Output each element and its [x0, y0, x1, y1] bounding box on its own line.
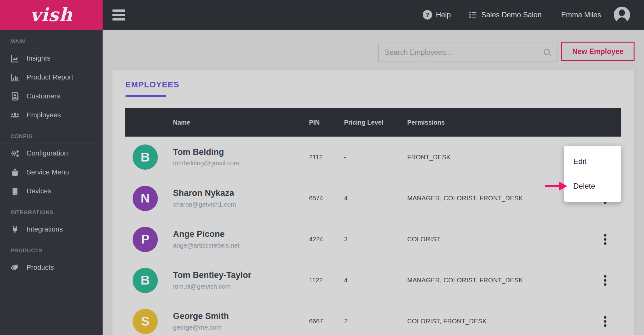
- sidebar-item-devices[interactable]: Devices: [0, 182, 103, 201]
- sidebar-item-configuration[interactable]: Configuration: [0, 144, 103, 163]
- table-row: S George Smith george@me.com 6667 2 COLO…: [125, 301, 621, 335]
- employees-icon: [10, 110, 20, 120]
- salon-name: Sales Demo Salon: [481, 11, 542, 19]
- hamburger-bar: [112, 18, 125, 21]
- sidebar-section: MAINInsightsProduct ReportCustomersEmplo…: [0, 36, 103, 125]
- sidebar-item-product-report[interactable]: Product Report: [0, 68, 103, 87]
- employee-permissions: MANAGER, COLORIST, FRONT_DESK: [407, 277, 596, 284]
- sidebar-item-insights[interactable]: Insights: [0, 49, 103, 68]
- sidebar-item-integrations[interactable]: Integrations: [0, 220, 103, 239]
- context-menu-item-edit[interactable]: Edit: [564, 149, 621, 174]
- table-row: B Tom Belding tombelding@gmail.com 2112 …: [125, 137, 621, 178]
- employee-permissions: COLORIST: [407, 236, 596, 243]
- sidebar-item-label: Employees: [27, 111, 61, 119]
- topbar-right: ? Help Sales Demo Salon Emma Miles: [423, 7, 644, 23]
- search-input[interactable]: [379, 43, 542, 62]
- sidebar-section-label: CONFIG: [0, 131, 103, 144]
- context-menu-item-delete[interactable]: Delete: [564, 174, 621, 198]
- column-header-pricing-level: Pricing Level: [344, 119, 407, 126]
- sidebar-section: PRODUCTSProducts: [0, 245, 103, 277]
- employee-avatar: B: [133, 144, 158, 170]
- employees-table: Name PIN Pricing Level Permissions B Tom…: [125, 108, 621, 335]
- employee-email: tom.bt@getvish.com: [173, 283, 309, 290]
- hamburger-bar: [112, 14, 125, 16]
- configuration-icon: [10, 149, 20, 158]
- column-header-permissions: Permissions: [407, 119, 596, 126]
- table-row: P Ange Picone ange@artisticrebels.net 42…: [125, 219, 621, 260]
- sidebar-item-label: Product Report: [27, 73, 73, 81]
- sidebar-item-label: Integrations: [27, 225, 63, 233]
- column-header-pin: PIN: [309, 119, 344, 126]
- employee-pin: 1122: [309, 277, 344, 284]
- vish-logo[interactable]: vish: [0, 0, 103, 30]
- search-icon[interactable]: [542, 47, 552, 57]
- sidebar-item-service-menu[interactable]: Service Menu: [0, 163, 103, 182]
- sidebar-section-label: INTEGRATIONS: [0, 207, 103, 220]
- user-avatar-button[interactable]: [614, 7, 630, 23]
- employee-avatar: P: [133, 227, 158, 252]
- column-header-name: Name: [173, 119, 309, 126]
- employee-name: Ange Picone: [173, 229, 309, 239]
- sidebar-section-label: MAIN: [0, 36, 103, 49]
- sidebar-item-customers[interactable]: Customers: [0, 87, 103, 106]
- row-menu-button[interactable]: [598, 312, 612, 331]
- help-button[interactable]: ? Help: [423, 10, 451, 20]
- employee-name: George Smith: [173, 311, 309, 321]
- employee-email: sharon@getvish1.com: [173, 201, 309, 208]
- employee-permissions: COLORIST, FRONT_DESK: [407, 318, 596, 325]
- app-screen: vish ? Help Sales Demo Salon Emma Miles: [0, 0, 644, 335]
- new-employee-button[interactable]: New Employee: [561, 42, 635, 61]
- sidebar-item-label: Customers: [27, 92, 60, 100]
- list-icon: [468, 10, 478, 20]
- employee-pricing-level: 3: [344, 236, 407, 243]
- help-label: Help: [436, 11, 451, 19]
- employee-pricing-level: 4: [344, 195, 407, 202]
- employee-name: Sharon Nykaza: [173, 188, 309, 198]
- menu-toggle-button[interactable]: [112, 9, 125, 21]
- customers-icon: [10, 91, 20, 101]
- employee-pricing-level: -: [344, 154, 407, 161]
- sidebar: MAINInsightsProduct ReportCustomersEmplo…: [0, 30, 103, 335]
- sidebar-item-label: Configuration: [27, 149, 68, 157]
- sidebar-section-label: PRODUCTS: [0, 245, 103, 258]
- hamburger-bar: [112, 9, 125, 12]
- employee-pin: 2112: [309, 154, 344, 161]
- employee-email: tombelding@gmail.com: [173, 160, 309, 167]
- salon-selector[interactable]: Sales Demo Salon: [468, 10, 542, 20]
- employee-pricing-level: 2: [344, 318, 407, 325]
- employee-pin: 4224: [309, 236, 344, 243]
- employee-avatar: B: [133, 268, 158, 293]
- sidebar-section: INTEGRATIONSIntegrations: [0, 207, 103, 239]
- sidebar-item-products[interactable]: Products: [0, 258, 103, 277]
- user-name: Emma Miles: [561, 11, 601, 19]
- tab-employees[interactable]: EMPLOYEES: [125, 80, 179, 90]
- row-menu-button[interactable]: [598, 271, 612, 290]
- sidebar-item-label: Devices: [27, 187, 51, 195]
- row-menu-button[interactable]: [598, 230, 612, 249]
- employees-card: EMPLOYEES Name PIN Pricing Level Permiss…: [112, 70, 634, 335]
- kebab-icon: [604, 275, 606, 278]
- devices-icon: [10, 186, 20, 196]
- table-header: Name PIN Pricing Level Permissions: [125, 108, 621, 137]
- employee-pricing-level: 4: [344, 277, 407, 284]
- products-icon: [10, 263, 20, 273]
- employee-avatar: S: [133, 309, 158, 334]
- sidebar-item-label: Insights: [27, 54, 51, 62]
- sidebar-item-employees[interactable]: Employees: [0, 106, 103, 125]
- employee-name: Tom Bentley-Taylor: [173, 270, 309, 280]
- employee-email: ange@artisticrebels.net: [173, 242, 309, 249]
- sidebar-item-label: Products: [27, 263, 54, 272]
- employee-avatar: N: [133, 186, 158, 211]
- table-row: N Sharon Nykaza sharon@getvish1.com 6574…: [125, 178, 621, 219]
- row-context-menu: EditDelete: [564, 146, 621, 202]
- product-report-icon: [10, 73, 20, 82]
- employee-name: Tom Belding: [173, 147, 309, 157]
- insights-icon: [10, 54, 20, 63]
- integrations-icon: [10, 225, 20, 234]
- employee-email: george@me.com: [173, 324, 309, 331]
- table-body: B Tom Belding tombelding@gmail.com 2112 …: [125, 137, 621, 335]
- employee-pin: 6574: [309, 195, 344, 202]
- employee-pin: 6667: [309, 318, 344, 325]
- person-icon: [619, 9, 625, 16]
- sidebar-section: CONFIGConfigurationService MenuDevices: [0, 131, 103, 201]
